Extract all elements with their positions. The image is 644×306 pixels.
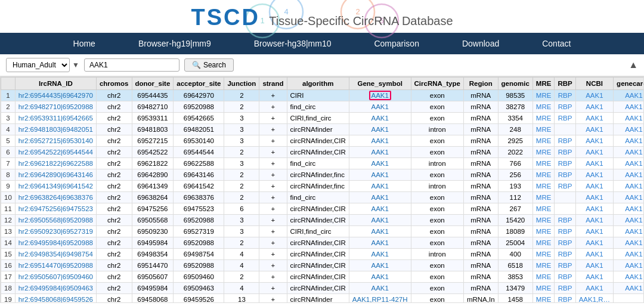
cell-genecards[interactable]: AAK1 bbox=[614, 226, 644, 237]
cell-genecards[interactable]: AAK1 bbox=[614, 135, 644, 147]
cell-genecards[interactable]: AAK1 bbox=[614, 237, 644, 249]
cell-id[interactable]: hr2:69481803|69482051 bbox=[15, 124, 96, 135]
cell-mre[interactable]: MRE bbox=[532, 226, 555, 237]
cell-genecards[interactable]: AAK1 bbox=[614, 158, 644, 169]
cell-ncbi[interactable]: AAK1 bbox=[575, 237, 613, 249]
cell-rbp[interactable]: RBP bbox=[555, 226, 575, 237]
cell-rbp[interactable]: RBP bbox=[555, 90, 575, 101]
cell-genecards[interactable]: AAK1 bbox=[614, 192, 644, 203]
cell-rbp[interactable]: RBP bbox=[555, 271, 575, 283]
cell-rbp[interactable]: RBP bbox=[555, 158, 575, 169]
cell-rbp[interactable]: RBP bbox=[555, 169, 575, 181]
cell-gene[interactable]: AAK1 bbox=[349, 90, 411, 101]
search-input[interactable] bbox=[84, 58, 179, 72]
cell-mre[interactable]: MRE bbox=[532, 135, 555, 147]
cell-ncbi[interactable]: AAK1 bbox=[575, 147, 613, 158]
cell-ncbi[interactable]: AAK1 bbox=[575, 215, 613, 226]
cell-rbp[interactable]: RBP bbox=[555, 101, 575, 113]
cell-genecards[interactable]: AAK1 bbox=[614, 90, 644, 101]
nav-contact[interactable]: Contact bbox=[521, 33, 592, 54]
cell-rbp[interactable]: RBP bbox=[555, 294, 575, 304]
cell-genecards[interactable]: AAK1 bbox=[614, 181, 644, 192]
cell-rbp[interactable]: RBP bbox=[555, 283, 575, 294]
cell-id[interactable]: hr2:69544435|69642970 bbox=[15, 90, 96, 101]
cell-id[interactable]: hr2:69642890|69643146 bbox=[15, 169, 96, 181]
cell-mre[interactable]: MRE bbox=[532, 294, 555, 304]
cell-mre[interactable]: MRE bbox=[532, 237, 555, 249]
cell-mre[interactable]: MRE bbox=[532, 124, 555, 135]
cell-id[interactable]: hr2:69509230|69527319 bbox=[15, 226, 96, 237]
cell-mre[interactable]: MRE bbox=[532, 181, 555, 192]
cell-ncbi[interactable]: AAK1,R… bbox=[575, 294, 613, 304]
cell-gene[interactable]: AAK1 bbox=[349, 147, 411, 158]
cell-rbp[interactable]: RBP bbox=[555, 113, 575, 124]
cell-ncbi[interactable]: AAK1 bbox=[575, 90, 613, 101]
search-button[interactable]: 🔍 Search bbox=[184, 58, 234, 72]
cell-mre[interactable]: MRE bbox=[532, 215, 555, 226]
cell-gene[interactable]: AAK1 bbox=[349, 113, 411, 124]
cell-mre[interactable]: MRE bbox=[532, 249, 555, 260]
cell-id[interactable]: hr2:69495984|69520988 bbox=[15, 237, 96, 249]
cell-gene[interactable]: AAK1 bbox=[349, 260, 411, 271]
cell-rbp[interactable]: RBP bbox=[555, 237, 575, 249]
cell-genecards[interactable]: AAK1 bbox=[614, 271, 644, 283]
cell-id[interactable]: hr2:69498354|69498754 bbox=[15, 249, 96, 260]
cell-gene[interactable]: AAK1 bbox=[349, 226, 411, 237]
cell-id[interactable]: hr2:69641349|69641542 bbox=[15, 181, 96, 192]
cell-ncbi[interactable]: AAK1 bbox=[575, 192, 613, 203]
cell-rbp[interactable]: RBP bbox=[555, 260, 575, 271]
cell-genecards[interactable]: AAK1 bbox=[614, 203, 644, 215]
cell-id[interactable]: hr2:69542522|69544544 bbox=[15, 147, 96, 158]
cell-mre[interactable]: MRE bbox=[532, 260, 555, 271]
cell-gene[interactable]: AAK1 bbox=[349, 135, 411, 147]
organism-select[interactable]: Human_Adult Mouse_Adult Human_Fetal Mous… bbox=[6, 58, 70, 72]
cell-rbp[interactable]: RBP bbox=[555, 147, 575, 158]
cell-genecards[interactable]: AAK1 bbox=[614, 169, 644, 181]
cell-mre[interactable]: MRE bbox=[532, 101, 555, 113]
cell-mre[interactable]: MRE bbox=[532, 113, 555, 124]
cell-mre[interactable]: MRE bbox=[532, 169, 555, 181]
cell-rbp[interactable]: RBP bbox=[555, 215, 575, 226]
cell-genecards[interactable]: AAK1 bbox=[614, 283, 644, 294]
cell-genecards[interactable]: AAK1 bbox=[614, 101, 644, 113]
cell-gene[interactable]: AAK1 bbox=[349, 192, 411, 203]
cell-gene[interactable]: AAK1 bbox=[349, 124, 411, 135]
cell-ncbi[interactable]: AAK1 bbox=[575, 203, 613, 215]
cell-id[interactable]: hr2:69505568|69520988 bbox=[15, 215, 96, 226]
cell-mre[interactable]: MRE bbox=[532, 192, 555, 203]
cell-gene[interactable]: AAK1 bbox=[349, 237, 411, 249]
cell-mre[interactable]: MRE bbox=[532, 90, 555, 101]
cell-gene[interactable]: AAK1 bbox=[349, 271, 411, 283]
cell-id[interactable]: hr2:69514470|69520988 bbox=[15, 260, 96, 271]
nav-home[interactable]: Home bbox=[52, 33, 117, 54]
cell-ncbi[interactable]: AAK1 bbox=[575, 113, 613, 124]
cell-ncbi[interactable]: AAK1 bbox=[575, 101, 613, 113]
cell-mre[interactable]: MRE bbox=[532, 271, 555, 283]
cell-gene[interactable]: AAK1 bbox=[349, 169, 411, 181]
cell-id[interactable]: hr2:69505607|69509460 bbox=[15, 271, 96, 283]
cell-mre[interactable]: MRE bbox=[532, 283, 555, 294]
cell-ncbi[interactable]: AAK1 bbox=[575, 283, 613, 294]
nav-comparison[interactable]: Comparison bbox=[352, 33, 440, 54]
cell-genecards[interactable]: AAK1 bbox=[614, 124, 644, 135]
cell-genecards[interactable]: AAK1 bbox=[614, 215, 644, 226]
cell-gene[interactable]: AAK1 bbox=[349, 158, 411, 169]
cell-genecards[interactable]: AAK1 bbox=[614, 260, 644, 271]
cell-gene[interactable]: AAK1,RP11-427H bbox=[349, 294, 411, 304]
cell-rbp[interactable]: RBP bbox=[555, 181, 575, 192]
cell-gene[interactable]: AAK1 bbox=[349, 101, 411, 113]
cell-id[interactable]: hr2:69539311|69542665 bbox=[15, 113, 96, 124]
cell-rbp[interactable]: RBP bbox=[555, 135, 575, 147]
cell-ncbi[interactable]: AAK1 bbox=[575, 158, 613, 169]
cell-ncbi[interactable]: AAK1 bbox=[575, 181, 613, 192]
cell-gene[interactable]: AAK1 bbox=[349, 203, 411, 215]
cell-ncbi[interactable]: AAK1 bbox=[575, 260, 613, 271]
cell-rbp[interactable]: RBP bbox=[555, 249, 575, 260]
cell-genecards[interactable]: AAK1 bbox=[614, 249, 644, 260]
cell-gene[interactable]: AAK1 bbox=[349, 181, 411, 192]
cell-ncbi[interactable]: AAK1 bbox=[575, 271, 613, 283]
cell-id[interactable]: hr2:69482710|69520988 bbox=[15, 101, 96, 113]
scroll-up-icon[interactable]: ▲ bbox=[628, 60, 638, 70]
cell-id[interactable]: hr2:69527215|69530140 bbox=[15, 135, 96, 147]
cell-id[interactable]: hr2:69638264|69638376 bbox=[15, 192, 96, 203]
